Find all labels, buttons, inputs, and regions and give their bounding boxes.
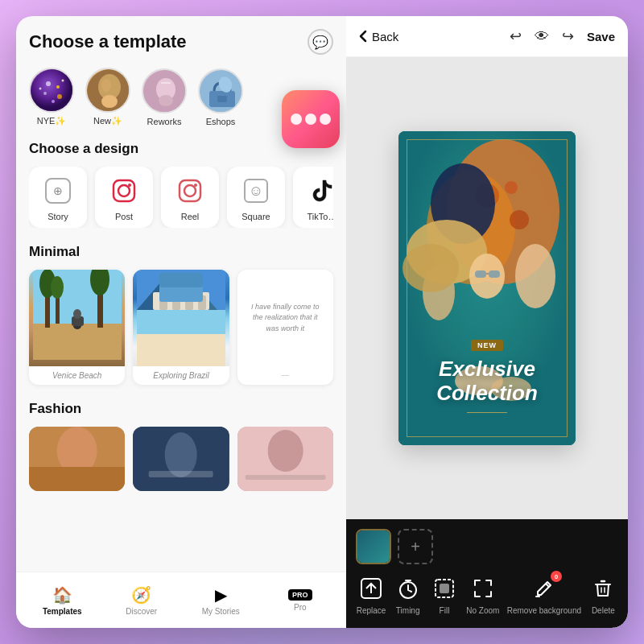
brazil-image: [133, 270, 229, 366]
svg-point-3: [43, 92, 47, 95]
template-quote[interactable]: I have finally come to the realization t…: [237, 270, 333, 385]
add-icon: +: [411, 538, 420, 556]
replace-icon: [357, 574, 386, 603]
slide-thumbnail-1[interactable]: [356, 529, 391, 564]
template-brazil[interactable]: Exploring Brazil: [133, 270, 229, 385]
svg-rect-57: [245, 475, 325, 480]
back-button[interactable]: Back: [359, 30, 398, 43]
category-label-new: New✨: [93, 116, 122, 126]
template-venice[interactable]: Venice Beach: [29, 270, 125, 385]
svg-point-25: [194, 184, 197, 187]
category-label-nye: NYE✨: [37, 116, 67, 126]
quote-image: I have finally come to the realization t…: [237, 270, 333, 366]
minimal-section-title: Minimal: [29, 244, 333, 260]
nav-pro[interactable]: PRO Pro: [261, 589, 341, 612]
replace-tool[interactable]: Replace: [357, 574, 386, 615]
svg-rect-23: [180, 180, 200, 201]
category-circle-new: [85, 68, 130, 113]
square-label: Square: [242, 212, 270, 221]
timing-tool[interactable]: Timing: [394, 574, 423, 615]
add-slide-button[interactable]: +: [398, 529, 433, 564]
svg-point-10: [101, 95, 118, 108]
category-reworks[interactable]: Reworks: [142, 68, 187, 126]
replace-label: Replace: [357, 606, 386, 615]
reel-label: Reel: [181, 212, 200, 221]
svg-point-11: [101, 79, 111, 92]
category-nye[interactable]: NYE✨: [29, 68, 74, 126]
canvas-card: NEW Exclusive Collection: [398, 131, 576, 445]
svg-point-67: [515, 244, 555, 308]
story-icon: ⊕: [43, 176, 72, 205]
svg-point-65: [505, 181, 518, 194]
fashion-template-1[interactable]: [29, 427, 125, 491]
design-card-post[interactable]: Post: [95, 167, 153, 228]
fashion-template-3[interactable]: [237, 427, 333, 491]
svg-point-70: [402, 244, 459, 292]
headline-line2: Collection: [436, 381, 538, 405]
tiktok-label: TikTo…: [308, 212, 333, 221]
no-zoom-tool[interactable]: No Zoom: [466, 574, 499, 615]
canvas-underline: [467, 412, 507, 413]
design-card-reel[interactable]: Reel: [161, 167, 219, 228]
eye-button[interactable]: 👁: [535, 28, 549, 45]
design-card-tiktok[interactable]: TikTo…: [293, 167, 333, 228]
page-title: Choose a template: [29, 31, 187, 52]
category-eshops[interactable]: Eshops: [198, 68, 243, 126]
quote-text: I have finally come to the realization t…: [247, 302, 324, 335]
svg-point-4: [57, 94, 62, 99]
canvas-text-area: NEW Exclusive Collection: [398, 336, 576, 413]
thumb-img-1: [357, 530, 390, 563]
venice-caption: Venice Beach: [29, 366, 125, 385]
header-row: Choose a template 💬: [29, 29, 333, 55]
fill-tool[interactable]: Fill: [430, 574, 459, 615]
svg-rect-51: [29, 467, 125, 491]
delete-icon: [588, 574, 617, 603]
redo-button[interactable]: ↪: [562, 27, 574, 45]
templates-label: Templates: [43, 607, 82, 616]
design-card-story[interactable]: ⊕ Story: [29, 167, 87, 228]
nav-mystories[interactable]: ▶ My Stories: [181, 585, 261, 616]
nav-templates[interactable]: 🏠 Templates: [23, 585, 102, 616]
timing-label: Timing: [396, 606, 420, 615]
category-circle-nye: [29, 68, 74, 113]
bottom-nav: 🏠 Templates 🧭 Discover ▶ My Stories PRO …: [16, 572, 346, 628]
svg-point-7: [62, 80, 64, 82]
mystories-icon: ▶: [215, 585, 227, 605]
svg-point-24: [184, 185, 196, 196]
svg-point-0: [31, 69, 74, 113]
category-new[interactable]: New✨: [85, 68, 130, 126]
no-zoom-label: No Zoom: [466, 606, 499, 615]
nav-discover[interactable]: 🧭 Discover: [102, 585, 182, 616]
chat-icon-button[interactable]: 💬: [308, 29, 333, 55]
left-panel: Choose a template 💬: [16, 16, 346, 628]
mystories-label: My Stories: [202, 607, 240, 616]
tools-row: Replace Timing: [353, 574, 621, 615]
svg-point-31: [51, 276, 64, 299]
design-card-square[interactable]: ☺ Square: [227, 167, 285, 228]
svg-rect-48: [159, 273, 203, 287]
category-label-reworks: Reworks: [147, 117, 182, 126]
app-container: Choose a template 💬: [16, 16, 628, 628]
timing-icon: [394, 574, 423, 603]
fashion-template-2[interactable]: [133, 427, 229, 491]
right-header: Back ↩ 👁 ↪ Save: [346, 16, 628, 57]
post-label: Post: [115, 212, 133, 221]
svg-rect-46: [137, 334, 225, 366]
reel-icon: [175, 176, 204, 205]
category-circle-eshops: [198, 68, 243, 114]
category-circle-reworks: [142, 68, 187, 114]
undo-button[interactable]: ↩: [510, 27, 522, 45]
category-label-eshops: Eshops: [206, 117, 236, 126]
fill-icon: [430, 574, 459, 603]
quote-caption: —: [237, 366, 333, 384]
svg-rect-83: [440, 584, 449, 593]
svg-point-63: [510, 210, 529, 229]
dot-3: [320, 114, 331, 125]
svg-rect-72: [475, 270, 486, 278]
remove-bg-tool[interactable]: 0 Remove background: [507, 574, 581, 615]
svg-point-2: [56, 85, 60, 89]
delete-tool[interactable]: Delete: [588, 574, 617, 615]
svg-point-22: [128, 184, 131, 187]
svg-point-21: [118, 185, 130, 196]
save-button[interactable]: Save: [587, 30, 615, 43]
